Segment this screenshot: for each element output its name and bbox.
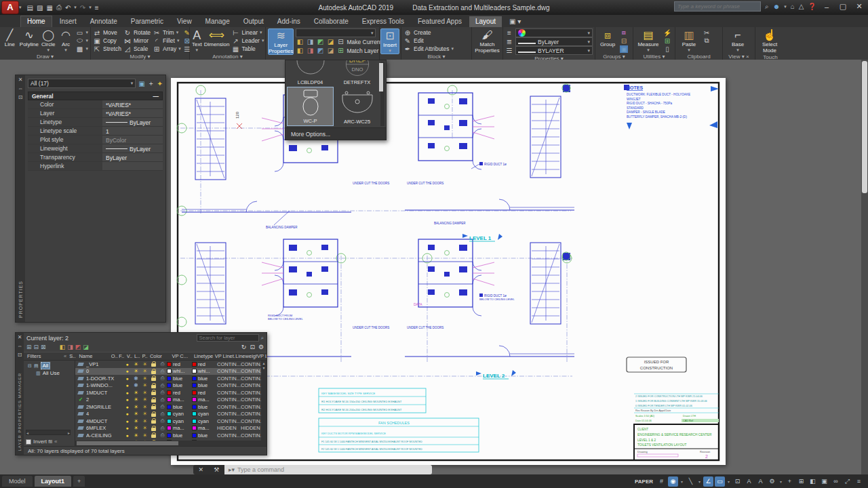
mirror-button[interactable]: ⋈Mirror [123, 37, 151, 45]
quick-select-icon[interactable]: ✦ [157, 80, 163, 87]
ellipse-icon[interactable]: ⬭ [76, 37, 84, 45]
tab-featured-apps[interactable]: Featured Apps [412, 16, 468, 27]
undo-icon[interactable]: ↶ [65, 4, 71, 12]
palette-settings-icon[interactable]: ⊡ [18, 94, 23, 100]
layer-freeze-icon[interactable]: ☀ [132, 411, 140, 417]
statusbar-icon-6[interactable]: ▭ [715, 476, 725, 487]
select-mode-button[interactable]: ☝Select Mode [757, 28, 783, 54]
new-group-filter-icon[interactable]: ⊟ [34, 344, 39, 350]
search-icon[interactable]: ⌕ [765, 3, 769, 11]
layer-freeze-icon[interactable]: ❄ [132, 375, 140, 382]
filters-scrollbar[interactable]: ◂▸ [26, 430, 71, 435]
tab-home[interactable]: Home [20, 16, 52, 27]
layer-row-0[interactable]: 0●☀☀⎙whi...whi...CONTIN...CONTIN...— Def… [75, 368, 267, 375]
layer-color-cell[interactable]: cyan [167, 411, 192, 417]
logo-dropdown-icon[interactable]: ▾ [19, 5, 22, 10]
gallery-item-lcbldp04[interactable]: LCBLDP04 [287, 60, 334, 87]
layer-plot-icon[interactable]: ⎙ [158, 404, 167, 409]
layer-linetype[interactable]: CONTIN... [217, 368, 241, 374]
collapse-filters-icon[interactable]: « [54, 439, 57, 445]
layer-search-input[interactable] [197, 334, 259, 342]
layer-freeze-icon[interactable]: ☀ [132, 390, 140, 396]
property-row-lineweight[interactable]: LineweightByLayer [28, 144, 163, 153]
measure-button[interactable]: ▤Measure▾ [635, 28, 661, 53]
paper-space-toggle[interactable]: PAPER [633, 477, 655, 486]
layer-plot-icon[interactable]: ⎙ [158, 390, 167, 395]
lineweight-combo[interactable]: BYLAYER▾ [515, 46, 593, 55]
help-icon[interactable]: ❓ [808, 3, 816, 10]
save-icon[interactable]: ▦ [46, 4, 52, 12]
layer-color-cell[interactable]: red [167, 390, 192, 396]
property-value[interactable] [102, 162, 163, 170]
layer-on-icon[interactable]: ● [123, 426, 132, 430]
rectangle-icon[interactable]: ▭ [76, 29, 84, 37]
object-color-combo[interactable]: ▾ [515, 28, 593, 37]
undo-dropdown-icon[interactable]: ▾ [74, 5, 77, 10]
layer-plot-icon[interactable]: ⎙ [158, 361, 167, 367]
stay-connected-icon[interactable]: △ [799, 3, 804, 10]
column-header-9[interactable]: Linetype [194, 353, 215, 359]
property-value[interactable]: ByLayer [102, 144, 163, 152]
layer-linetype[interactable]: CONTIN... [217, 382, 241, 388]
create-block-button[interactable]: ⊕Create [403, 28, 454, 37]
layer-row-1mduct[interactable]: 1MDUCT●☀☀⎙redredCONTIN...CONTIN...— Defa… [75, 389, 267, 396]
layer-search-icon[interactable]: ⌕ [261, 335, 264, 342]
line-button[interactable]: ╱Line [2, 28, 18, 53]
property-value[interactable]: ByLayer [102, 118, 163, 126]
layer-on-icon[interactable]: ● [123, 411, 132, 416]
statusbar-icon-5[interactable]: ∠ [703, 476, 713, 487]
command-line[interactable]: ✕ ⚒ ▸▾Type a command [193, 465, 432, 474]
statusbar-icon-11[interactable]: ⚙ [767, 476, 777, 487]
group-button[interactable]: ⧈Group [597, 28, 618, 53]
copy-button[interactable]: ▣Copy [93, 37, 121, 45]
open-icon[interactable]: ▨ [37, 4, 43, 12]
group-edit-icon[interactable]: ⊟ [620, 37, 628, 45]
column-header-4[interactable]: V.. [127, 353, 134, 359]
trim-button[interactable]: ✂Trim▾ [153, 28, 181, 37]
tab-output[interactable]: Output [237, 16, 270, 27]
layer-vp-freeze-icon[interactable]: ☀ [140, 418, 149, 424]
layer-freeze-icon[interactable]: ☀ [132, 361, 140, 367]
layer-vp-color-cell[interactable]: whi... [192, 368, 217, 374]
lpm-settings-icon[interactable]: ⊡ [18, 352, 22, 358]
stretch-button[interactable]: ⇱Stretch [93, 45, 121, 53]
layer-freeze-icon[interactable]: ☀ [132, 432, 140, 439]
layer-linetype[interactable]: CONTIN... [217, 404, 241, 410]
column-header-0[interactable]: S.. [69, 353, 79, 359]
statusbar-icon-3[interactable]: ╲ [686, 476, 696, 487]
paste-button[interactable]: ▥Paste▾ [677, 28, 701, 53]
tab-insert[interactable]: Insert [54, 16, 83, 27]
refresh-icon[interactable]: ↻ [241, 344, 247, 350]
tab-manage[interactable]: Manage [199, 16, 236, 27]
set-current-icon[interactable]: ◪ [83, 344, 89, 350]
layer-settings-state-icon[interactable]: ⊡ [250, 344, 255, 350]
cut-icon[interactable]: ✂ [703, 29, 711, 37]
base-button[interactable]: ⌐Base▾ [724, 28, 751, 53]
layer-vp-freeze-icon[interactable]: ☀ [140, 411, 149, 417]
layer-row-1-door-tx[interactable]: 1-DOOR-TX●❄☀⎙blueblueCONTIN...CONTIN...—… [75, 375, 267, 382]
circle-button[interactable]: ◯Circle▾ [41, 28, 56, 53]
edit-attributes-button[interactable]: ✒Edit Attributes▾ [403, 45, 454, 53]
model-tab[interactable]: Model [2, 476, 33, 487]
tab-add-ins[interactable]: Add-ins [271, 16, 307, 27]
layer-lock-icon[interactable] [149, 383, 158, 388]
layer-lock-icon[interactable] [149, 411, 158, 417]
property-value[interactable]: *VARIES* [102, 100, 163, 108]
autodesk-app-store-icon[interactable]: ⌂ [791, 3, 795, 10]
layout1-tab[interactable]: Layout1 [35, 476, 72, 487]
layer-linetype[interactable]: CONTIN... [217, 361, 241, 367]
new-icon[interactable]: ▤ [27, 4, 33, 12]
column-header-1[interactable]: Name [79, 353, 111, 359]
column-header-5[interactable]: L.. [134, 353, 142, 359]
statusbar-icon-2[interactable]: ▾ [679, 476, 684, 487]
column-header-11[interactable]: Lineweight [235, 353, 257, 359]
scale-button[interactable]: ◿Scale [123, 45, 151, 53]
redo-icon[interactable]: ↷ [80, 4, 85, 12]
layer-plot-icon[interactable]: ⎙ [158, 411, 167, 417]
layer-linetype[interactable]: CONTIN... [217, 396, 241, 403]
layer-vp-color-cell[interactable]: ma... [192, 425, 217, 431]
close-command-icon[interactable]: ✕ [199, 466, 204, 473]
layer-vp-color-cell[interactable]: cyan [192, 418, 217, 424]
filters-column-header[interactable]: Filters [24, 353, 61, 359]
column-header-12[interactable]: VP L [257, 353, 267, 359]
